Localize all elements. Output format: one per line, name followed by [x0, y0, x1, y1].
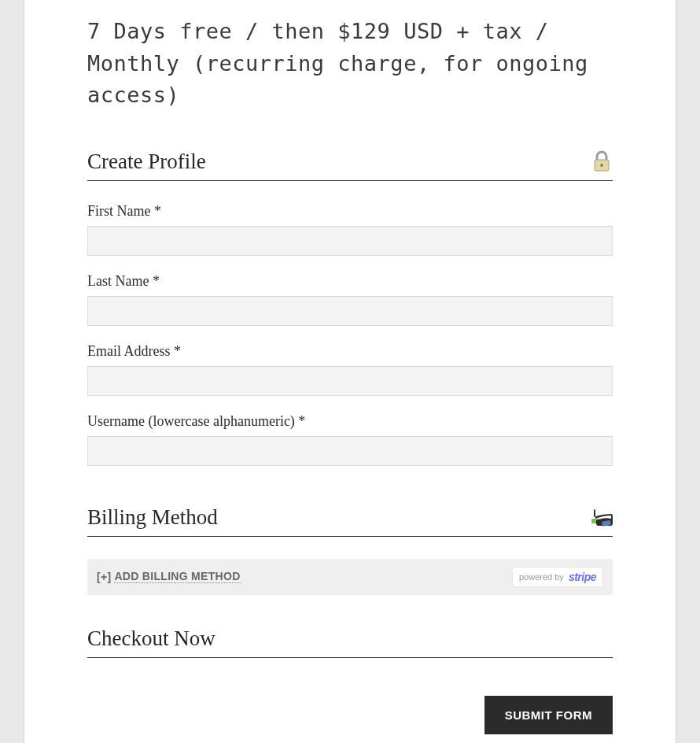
first-name-input[interactable]	[87, 226, 613, 256]
billing-heading: Billing Method	[87, 505, 218, 530]
profile-heading-row: Create Profile	[87, 150, 613, 181]
wallet-icon	[591, 506, 613, 528]
billing-heading-row: Billing Method	[87, 505, 613, 537]
powered-by-text: powered by	[519, 572, 564, 582]
lock-icon	[591, 150, 613, 172]
email-label: Email Address *	[87, 343, 613, 360]
username-group: Username (lowercase alphanumeric) *	[87, 413, 613, 466]
add-billing-method-button[interactable]: [+] ADD BILLING METHOD	[97, 570, 241, 583]
profile-heading: Create Profile	[87, 150, 206, 174]
pricing-text: 7 Days free / then $129 USD + tax / Mont…	[87, 16, 613, 112]
username-input[interactable]	[87, 436, 613, 466]
username-label: Username (lowercase alphanumeric) *	[87, 413, 613, 430]
plus-icon: [+]	[97, 571, 111, 583]
page-outer: 7 Days free / then $129 USD + tax / Mont…	[0, 0, 700, 743]
submit-row: SUBMIT FORM	[87, 696, 613, 734]
email-input[interactable]	[87, 366, 613, 396]
spacer	[87, 483, 613, 505]
submit-form-button[interactable]: SUBMIT FORM	[484, 696, 613, 734]
last-name-group: Last Name *	[87, 273, 613, 326]
checkout-heading-row: Checkout Now	[87, 627, 613, 658]
page-card: 7 Days free / then $129 USD + tax / Mont…	[24, 0, 676, 743]
last-name-input[interactable]	[87, 296, 613, 326]
first-name-label: First Name *	[87, 203, 613, 220]
billing-bar: [+] ADD BILLING METHOD powered by stripe	[87, 559, 613, 595]
email-group: Email Address *	[87, 343, 613, 396]
svg-point-1	[600, 164, 603, 167]
stripe-badge: powered by stripe	[512, 567, 603, 587]
checkout-heading: Checkout Now	[87, 627, 613, 651]
last-name-label: Last Name *	[87, 273, 613, 290]
add-billing-label: ADD BILLING METHOD	[114, 570, 240, 583]
first-name-group: First Name *	[87, 203, 613, 256]
stripe-logo: stripe	[569, 571, 596, 583]
